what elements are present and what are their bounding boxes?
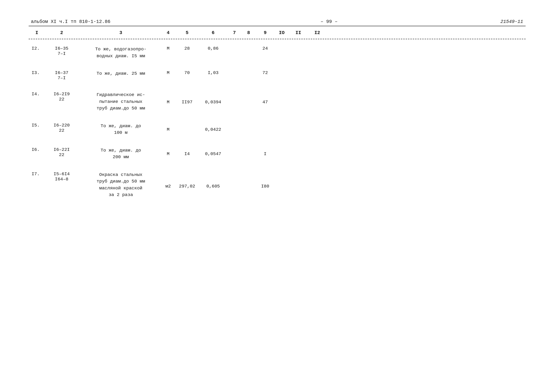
row15-col6: 0,0422 [199,122,227,133]
row16-col10 [275,147,289,147]
col-header-10: IO [275,30,289,35]
row13-col5: 70 [175,70,199,76]
row14-col12 [308,91,327,92]
col-header-9: 9 [256,30,275,35]
col-header-4: 4 [161,30,175,35]
col-divider [29,39,525,39]
columns-header: I 2 3 4 5 6 7 8 9 IO II I2 [29,28,525,38]
row16-num: I6. [29,147,43,153]
row16-col8 [242,147,256,147]
row12-col10 [275,45,289,46]
row17-col12 [308,171,327,172]
row14-col7 [227,91,242,92]
row12-col4: М [161,45,175,52]
row14-code: I6–2I9 22 [43,91,81,102]
row13-num: I3. [29,70,43,76]
row13-col7 [227,70,242,71]
row16-desc: То же, диам. до200 мм [81,147,161,161]
row17-code: I5–6I4 I64–8 [43,171,81,182]
row13-col10 [275,70,289,71]
row13-col11 [289,70,308,71]
row15-col9 [256,122,275,123]
row15-col8 [242,122,256,123]
row13-col9: 72 [256,70,275,76]
col-header-3: 3 [81,30,161,35]
row12-col12 [308,45,327,46]
table-row: I7. I5–6I4 I64–8 Окраска стальныхтруб ди… [29,169,525,200]
col-header-1: I [29,30,43,35]
row16-col5: I4 [175,147,199,157]
row14-col4: М [161,91,175,105]
row12-col11 [289,45,308,46]
row14-num: I4. [29,91,43,97]
header-row: альбом XI ч.I тп 810-1-12.86 – 99 – 2154… [29,19,525,24]
row17-col11 [289,171,308,172]
row15-col10 [275,122,289,123]
col-header-11: II [289,30,308,35]
row15-col5 [175,122,199,123]
header-center: – 99 – [321,19,338,24]
row15-desc: То же, диам. до100 м [81,122,161,137]
row12-col7 [227,45,242,46]
col-header-7: 7 [227,30,242,35]
row17-col7 [227,171,242,172]
row17-col4: м2 [161,171,175,189]
row14-col6: 0,0394 [199,91,227,105]
row14-col10 [275,91,289,92]
row15-col7 [227,122,242,123]
row13-code: I6–37 7–I [43,70,81,81]
row13-desc: То же, диам. 25 мм [81,70,161,77]
col-header-6: 6 [199,30,227,35]
row13-col12 [308,70,327,71]
row17-col10 [275,171,289,172]
row14-col8 [242,91,256,92]
row16-col12 [308,147,327,147]
row12-col9: 24 [256,45,275,52]
row16-col7 [227,147,242,147]
row16-col9: I [256,147,275,157]
row13-col4: М [161,70,175,76]
row13-col6: I,03 [199,70,227,76]
row17-col9: I80 [256,171,275,189]
row15-col4: М [161,122,175,133]
row12-code: I6–35 7–I [43,45,81,57]
table-row: I3. I6–37 7–I То же, диам. 25 мм М 70 I,… [29,68,525,83]
row12-col5: 28 [175,45,199,52]
row14-col9: 47 [256,91,275,105]
row15-code: I6–220 22 [43,122,81,133]
row16-col4: М [161,147,175,157]
row12-col8 [242,45,256,46]
row17-desc: Окраска стальныхтруб диам.до 50 мммаслян… [81,171,161,199]
row12-desc: То же, водогазопро-водных диам. I5 мм [81,45,161,60]
row16-col11 [289,147,308,147]
table-row: I6. I6–22I 22 То же, диам. до200 мм М I4… [29,145,525,162]
col-header-5: 5 [175,30,199,35]
row12-num: I2. [29,45,43,52]
top-divider [29,26,525,26]
row17-num: I7. [29,171,43,177]
row14-col11 [289,91,308,92]
header-left: альбом XI ч.I тп 810-1-12.86 [31,19,110,24]
col-header-2: 2 [43,30,81,35]
col-header-8: 8 [242,30,256,35]
header-right: 21549-11 [500,19,523,24]
page-container: альбом XI ч.I тп 810-1-12.86 – 99 – 2154… [29,19,525,200]
table-wrapper: I2. I6–35 7–I То же, водогазопро-водных … [29,44,525,200]
row17-col6: 0,605 [199,171,227,189]
row12-col6: 0,86 [199,45,227,52]
row16-col6: 0,0547 [199,147,227,157]
row15-num: I5. [29,122,43,128]
col-header-12: I2 [308,30,327,35]
table-row: I2. I6–35 7–I То же, водогазопро-водных … [29,44,525,61]
row14-col5: II97 [175,91,199,105]
row15-col12 [308,122,327,123]
row16-code: I6–22I 22 [43,147,81,158]
row17-col5: 297,02 [175,171,199,189]
row13-col8 [242,70,256,71]
row17-col8 [242,171,256,172]
table-row: I4. I6–2I9 22 Гидравлическое ис-пытание … [29,90,525,114]
row14-desc: Гидравлическое ис-пытание стальныхтруб д… [81,91,161,112]
table-row: I5. I6–220 22 То же, диам. до100 м М 0,0… [29,121,525,138]
row15-col11 [289,122,308,123]
